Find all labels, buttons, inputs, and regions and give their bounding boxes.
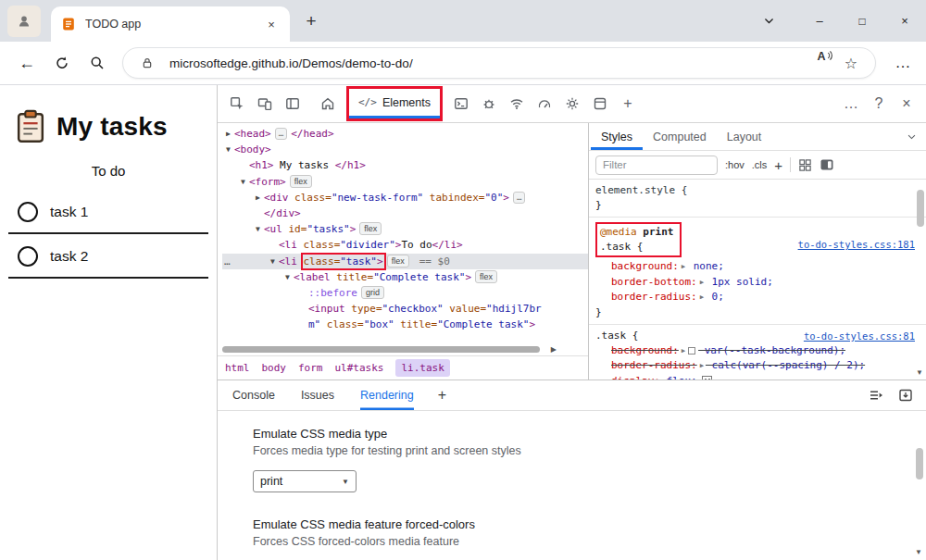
new-style-rule-button[interactable]: + — [774, 157, 782, 173]
dom-tree-row[interactable]: m" class="box" title="Complete task"> — [222, 317, 588, 332]
expanded-arrow-icon[interactable]: ▼ — [252, 221, 264, 237]
browser-tab[interactable]: TODO app × — [51, 6, 290, 42]
help-icon[interactable]: ? — [865, 90, 893, 118]
dom-tree-row[interactable]: ▶<head>…</head> — [222, 126, 588, 142]
close-window-button[interactable]: × — [883, 0, 926, 42]
layout-badge[interactable]: flex — [290, 175, 312, 188]
dom-tree-row[interactable]: ▼<ul id="tasks">flex — [222, 221, 588, 237]
collapsed-arrow-icon[interactable]: ▶ — [252, 190, 264, 205]
expanded-arrow-icon[interactable]: ▼ — [222, 142, 234, 157]
profile-avatar[interactable] — [7, 6, 41, 37]
expanded-arrow-icon[interactable]: ▼ — [282, 269, 294, 285]
chevron-down-icon[interactable] — [907, 131, 917, 142]
network-wifi-icon[interactable] — [503, 90, 531, 118]
favorites-star-icon[interactable]: ☆ — [838, 50, 864, 76]
dom-tree-row[interactable]: ::beforegrid — [222, 285, 588, 301]
dom-tree-row[interactable]: </div> — [222, 205, 588, 221]
expand-arrow-icon[interactable]: ▶ — [682, 260, 685, 275]
expanded-arrow-icon[interactable]: ▼ — [237, 174, 249, 190]
dock-drawer-icon[interactable] — [898, 388, 913, 403]
media-type-select[interactable]: print ▼ — [253, 470, 357, 492]
dom-token: </h1> — [335, 159, 366, 171]
search-icon[interactable] — [81, 47, 113, 79]
task-checkbox[interactable] — [18, 202, 38, 222]
layout-badge[interactable]: flex — [387, 255, 409, 268]
devtools-more-icon[interactable]: … — [837, 90, 865, 118]
breadcrumb-item[interactable]: li.task — [395, 359, 449, 377]
grid-overlay-icon[interactable] — [798, 158, 812, 172]
drawer-tab-issues[interactable]: Issues — [301, 380, 334, 410]
dom-tree-row[interactable]: …▼<li class="task">flex== $0 — [222, 254, 588, 269]
inspect-icon[interactable] — [223, 90, 251, 118]
panel-layout-icon[interactable] — [279, 90, 307, 118]
drawer-scrollbar-thumb[interactable] — [916, 448, 923, 479]
tab-elements[interactable]: </> Elements — [349, 89, 440, 118]
address-bar[interactable]: microsoftedge.github.io/Demos/demo-to-do… — [122, 47, 876, 79]
expand-arrow-icon[interactable]: ▶ — [700, 291, 704, 305]
performance-gauge-icon[interactable] — [531, 90, 558, 118]
layout-badge[interactable]: flex — [359, 222, 382, 235]
dom-tree-row[interactable]: ▼<label title="Complete task">flex — [222, 269, 588, 285]
styles-scrollbar-thumb[interactable] — [917, 190, 924, 227]
dom-tree-row[interactable]: ▼<body> — [222, 142, 588, 157]
styles-filter-input[interactable] — [595, 156, 718, 175]
minimize-button[interactable]: – — [798, 0, 841, 42]
settings-gear-icon[interactable] — [558, 90, 586, 118]
task-item[interactable]: task 2 — [8, 234, 208, 279]
node-more-icon[interactable]: … — [224, 254, 231, 269]
breadcrumb-item[interactable]: html — [225, 362, 250, 374]
dom-tree-row[interactable]: <h1> My tasks </h1> — [222, 157, 588, 173]
drawer-tab-console[interactable]: Console — [232, 380, 275, 410]
scroll-down-icon[interactable]: ▼ — [916, 368, 923, 377]
breadcrumb-item[interactable]: body — [262, 362, 287, 374]
pseudo-state-button[interactable]: :hov — [725, 159, 745, 170]
console-sidebar-icon[interactable] — [869, 388, 883, 403]
scrollbar-thumb[interactable] — [222, 346, 540, 353]
expand-arrow-icon[interactable]: ▶ — [700, 359, 704, 374]
dom-tree-row[interactable]: ▶<div class="new-task-form" tabindex="0"… — [222, 190, 588, 205]
back-button[interactable]: ← — [11, 47, 43, 79]
breadcrumb-item[interactable]: form — [298, 362, 323, 374]
tab-layout[interactable]: Layout — [717, 123, 772, 150]
add-panel-icon[interactable]: + — [614, 90, 642, 118]
device-emulation-icon[interactable] — [251, 90, 279, 118]
tab-computed[interactable]: Computed — [643, 123, 717, 150]
stylesheet-link[interactable]: to-do-styles.css:81 — [804, 330, 915, 344]
new-tab-button[interactable]: + — [300, 10, 322, 32]
drawer-new-tab-button[interactable]: + — [438, 387, 446, 404]
task-checkbox[interactable] — [18, 246, 38, 267]
dom-tree-row[interactable]: <li class="divider">To do</li> — [222, 237, 588, 253]
application-icon[interactable] — [586, 90, 614, 118]
scroll-down-icon[interactable]: ▼ — [915, 548, 922, 556]
task-item[interactable]: task 1 — [8, 190, 208, 234]
drawer-tab-rendering[interactable]: Rendering — [360, 380, 414, 410]
horizontal-scrollbar[interactable]: ▶ — [218, 344, 588, 355]
browser-more-icon[interactable]: … — [887, 47, 919, 79]
stylesheet-link[interactable]: to-do-styles.css:181 — [798, 238, 915, 253]
layout-badge[interactable]: flex — [475, 270, 497, 283]
expanded-arrow-icon[interactable]: ▼ — [267, 254, 279, 269]
breadcrumb-item[interactable]: ul#tasks — [335, 362, 384, 374]
refresh-button[interactable] — [46, 47, 78, 79]
dom-tree-row[interactable]: <input type="checkbox" value="hdijl7br — [222, 301, 588, 317]
read-aloud-icon[interactable]: A — [812, 50, 838, 76]
tab-styles[interactable]: Styles — [591, 123, 643, 150]
debug-bug-icon[interactable] — [475, 90, 503, 118]
home-icon[interactable] — [314, 90, 342, 118]
inline-expand-button[interactable]: … — [513, 192, 525, 204]
computed-sidebar-toggle-icon[interactable] — [820, 157, 834, 172]
expand-arrow-icon[interactable]: ▶ — [682, 344, 685, 359]
tab-search-chevron-icon[interactable] — [750, 0, 787, 42]
collapsed-arrow-icon[interactable]: ▶ — [222, 126, 234, 142]
console-panel-icon[interactable] — [447, 90, 475, 118]
close-devtools-icon[interactable]: × — [893, 90, 920, 118]
maximize-button[interactable]: □ — [841, 0, 883, 42]
layout-badge[interactable]: grid — [361, 286, 384, 299]
element-class-button[interactable]: .cls — [752, 159, 768, 170]
site-info-lock-icon[interactable] — [134, 50, 160, 76]
scroll-right-icon[interactable]: ▶ — [551, 345, 557, 354]
tab-close-icon[interactable]: × — [262, 15, 281, 33]
expand-arrow-icon[interactable]: ▶ — [700, 276, 704, 291]
inline-expand-button[interactable]: … — [275, 128, 287, 140]
dom-tree-row[interactable]: ▼<form>flex — [222, 174, 588, 190]
